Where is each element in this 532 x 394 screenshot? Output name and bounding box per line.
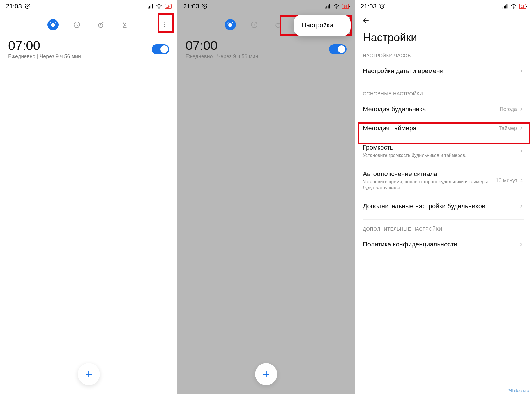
settings-title: Настройки xyxy=(355,28,532,50)
divider xyxy=(363,219,524,220)
wifi-icon xyxy=(156,3,162,10)
svg-rect-13 xyxy=(325,8,326,9)
svg-rect-24 xyxy=(505,5,506,8)
signal-icon xyxy=(502,3,508,10)
setting-volume[interactable]: Громкость Установите громкость будильник… xyxy=(355,138,532,164)
chevron-right-icon xyxy=(519,148,524,154)
screen-alarm-list: 21:03 19 xyxy=(0,0,177,394)
alarm-subtitle: Ежедневно | Через 9 ч 56 мин xyxy=(185,54,258,60)
overflow-popup: Настройки xyxy=(294,15,351,36)
chevron-right-icon xyxy=(519,126,524,131)
svg-rect-3 xyxy=(151,5,151,8)
svg-point-5 xyxy=(158,8,159,8)
divider xyxy=(363,84,524,84)
popup-settings-item[interactable]: Настройки xyxy=(302,22,333,29)
screen-settings: 21:03 19 Настройки НАСТРОЙКИ ЧАСОВ Настр… xyxy=(355,0,532,394)
setting-datetime[interactable]: Настройки даты и времени xyxy=(355,61,532,81)
watermark: 24hitech.ru xyxy=(508,388,529,393)
status-time: 21:03 xyxy=(6,3,22,10)
setting-auto-off[interactable]: Автоотключение сигнала Установите время,… xyxy=(355,164,532,197)
battery-icon: 19 xyxy=(165,4,172,9)
svg-rect-23 xyxy=(504,6,505,8)
svg-point-10 xyxy=(164,24,165,25)
chevron-right-icon xyxy=(519,107,524,112)
svg-rect-4 xyxy=(152,4,153,9)
status-time: 21:03 xyxy=(183,3,199,10)
overflow-menu-button[interactable] xyxy=(158,18,172,31)
alarm-toggle[interactable] xyxy=(152,44,169,54)
tab-stopwatch[interactable] xyxy=(273,19,284,30)
wifi-icon xyxy=(333,3,340,10)
section-extra-label: ДОПОЛНИТЕЛЬНЫЕ НАСТРОЙКИ xyxy=(355,223,532,235)
signal-icon xyxy=(324,3,331,10)
add-alarm-fab[interactable] xyxy=(255,363,277,385)
back-button[interactable] xyxy=(362,16,371,26)
tab-clock[interactable] xyxy=(249,19,260,30)
alarm-time: 07:00 xyxy=(185,38,258,53)
alarm-row[interactable]: 07:00 Ежедневно | Через 9 ч 56 мин xyxy=(0,35,177,63)
alarm-subtitle: Ежедневно | Через 9 ч 56 мин xyxy=(8,54,81,60)
status-bar: 21:03 19 xyxy=(177,0,355,12)
alarm-status-icon xyxy=(202,3,208,10)
wifi-icon xyxy=(510,3,517,10)
alarm-status-icon xyxy=(379,3,385,10)
svg-rect-14 xyxy=(326,6,327,8)
status-time: 21:03 xyxy=(360,3,377,10)
alarm-status-icon xyxy=(24,3,31,10)
svg-rect-16 xyxy=(329,4,330,9)
svg-rect-22 xyxy=(503,8,503,9)
alarm-time: 07:00 xyxy=(8,38,81,53)
battery-icon: 19 xyxy=(519,4,526,9)
chevron-right-icon xyxy=(519,242,524,247)
status-bar: 21:03 19 xyxy=(355,0,532,12)
battery-icon: 19 xyxy=(342,4,349,9)
status-bar: 21:03 19 xyxy=(0,0,177,12)
chevron-right-icon xyxy=(519,204,524,209)
svg-point-6 xyxy=(51,23,55,27)
add-alarm-fab[interactable] xyxy=(78,363,100,385)
svg-point-9 xyxy=(164,22,165,24)
setting-advanced-alarms[interactable]: Дополнительные настройки будильников xyxy=(355,197,532,216)
svg-point-17 xyxy=(336,8,337,8)
svg-rect-25 xyxy=(506,4,507,9)
signal-icon xyxy=(147,3,153,10)
updown-icon xyxy=(519,178,524,183)
alarm-toggle[interactable] xyxy=(329,44,347,54)
chevron-right-icon xyxy=(519,68,524,74)
section-main-label: ОСНОВНЫЕ НАСТРОЙКИ xyxy=(355,88,532,100)
tab-alarm[interactable] xyxy=(225,19,236,30)
tabs-row xyxy=(0,12,177,35)
tab-stopwatch[interactable] xyxy=(95,19,106,30)
tab-clock[interactable] xyxy=(71,19,82,30)
setting-timer-sound[interactable]: Мелодия таймера Таймер xyxy=(355,119,532,138)
svg-point-18 xyxy=(228,23,232,27)
tab-alarm[interactable] xyxy=(47,19,59,30)
svg-point-11 xyxy=(164,26,165,27)
svg-rect-1 xyxy=(148,8,149,9)
section-clock-label: НАСТРОЙКИ ЧАСОВ xyxy=(355,50,532,61)
svg-point-26 xyxy=(513,8,514,8)
svg-rect-2 xyxy=(149,6,150,8)
setting-privacy[interactable]: Политика конфиденциальности xyxy=(355,235,532,254)
alarm-row[interactable]: 07:00 Ежедневно | Через 9 ч 56 мин xyxy=(177,35,355,63)
tab-timer[interactable] xyxy=(119,19,130,30)
setting-alarm-sound[interactable]: Мелодия будильника Погода xyxy=(355,100,532,119)
screen-overflow-open: 21:03 19 xyxy=(177,0,355,394)
svg-rect-15 xyxy=(328,5,329,8)
